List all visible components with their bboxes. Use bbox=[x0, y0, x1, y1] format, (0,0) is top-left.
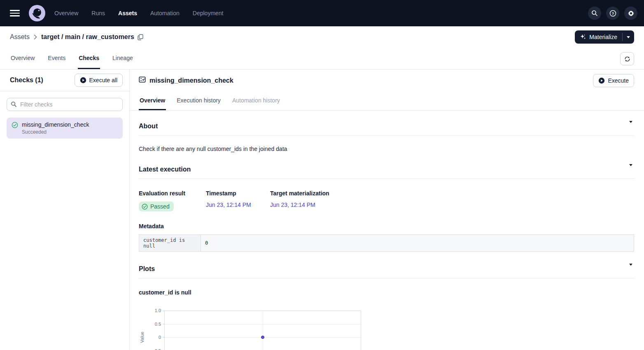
evaluation-result-header: Evaluation result bbox=[139, 190, 206, 197]
nav-overview[interactable]: Overview bbox=[54, 10, 78, 16]
target-materialization-link[interactable]: Jun 23, 12:14 PM bbox=[270, 202, 329, 208]
search-icon bbox=[11, 101, 17, 109]
nav-runs[interactable]: Runs bbox=[91, 10, 105, 16]
collapse-about-icon[interactable] bbox=[628, 121, 634, 131]
checks-sidebar: Checks (1) Execute all missing_dimension… bbox=[0, 70, 130, 350]
about-description: Check if there are any null customer_ids… bbox=[139, 146, 634, 152]
check-circle-icon bbox=[142, 204, 148, 210]
collapse-latest-execution-icon[interactable] bbox=[628, 165, 634, 174]
plot-area: Jun 23, 12:14 PM Jun 23, 12:14 PM Jun 23… bbox=[164, 311, 361, 350]
check-detail-title: missing_dimension_check bbox=[149, 77, 233, 84]
nav-assets[interactable]: Assets bbox=[118, 10, 137, 16]
check-detail-tabs: Overview Execution history Automation hi… bbox=[130, 91, 644, 111]
chevron-right-icon bbox=[34, 35, 37, 39]
plot-title: customer_id is null bbox=[139, 289, 634, 296]
check-value-chart: Value 1.0 0.5 0 -0.5 -1.0 bbox=[139, 311, 634, 350]
check-success-icon bbox=[12, 122, 18, 135]
y-tick: 0 bbox=[159, 335, 161, 340]
table-row: customer_id is null 0 bbox=[139, 235, 634, 252]
tab-overview[interactable]: Overview bbox=[10, 55, 35, 69]
settings-gear-icon[interactable] bbox=[624, 7, 637, 20]
divider bbox=[139, 178, 634, 179]
tab-automation-history[interactable]: Automation history bbox=[231, 91, 281, 110]
help-icon[interactable]: ? bbox=[606, 7, 619, 20]
svg-text:?: ? bbox=[611, 11, 614, 16]
play-icon bbox=[598, 77, 605, 84]
metadata-table: customer_id is null 0 bbox=[139, 234, 634, 252]
y-axis-ticks: 1.0 0.5 0 -0.5 -1.0 bbox=[145, 311, 164, 350]
check-name: missing_dimension_check bbox=[22, 121, 89, 128]
timestamp-header: Timestamp bbox=[206, 190, 270, 197]
target-materialization-header: Target materialization bbox=[270, 190, 329, 197]
filter-checks-input[interactable] bbox=[7, 98, 123, 111]
passed-status-badge: Passed bbox=[139, 202, 174, 211]
sparkle-icon bbox=[580, 34, 586, 40]
breadcrumb-assets-link[interactable]: Assets bbox=[10, 33, 30, 41]
play-icon bbox=[80, 77, 86, 83]
nav-actions: ? bbox=[588, 7, 637, 20]
copy-icon[interactable] bbox=[138, 34, 143, 40]
y-tick: -0.5 bbox=[153, 348, 161, 350]
breadcrumb-asset-path: target / main / raw_customers bbox=[41, 33, 134, 41]
metadata-key: customer_id is null bbox=[139, 235, 201, 252]
check-list-item[interactable]: missing_dimension_check Succeeded bbox=[7, 118, 123, 139]
check-detail-panel: missing_dimension_check Execute Overview… bbox=[130, 70, 644, 350]
refresh-icon[interactable] bbox=[620, 52, 634, 65]
timestamp-link[interactable]: Jun 23, 12:14 PM bbox=[206, 202, 270, 208]
tick-mark bbox=[163, 337, 165, 338]
breadcrumb: Assets target / main / raw_customers Mat… bbox=[0, 26, 644, 48]
asset-tabs-bar: Overview Events Checks Lineage bbox=[0, 48, 644, 70]
checks-count-title: Checks (1) bbox=[10, 76, 43, 84]
metadata-value: 0 bbox=[201, 235, 634, 252]
data-point[interactable] bbox=[261, 336, 264, 339]
nav-deployment[interactable]: Deployment bbox=[193, 10, 224, 16]
top-nav: Overview Runs Assets Automation Deployme… bbox=[0, 0, 644, 26]
dagster-logo[interactable] bbox=[29, 5, 45, 21]
y-tick: 1.0 bbox=[155, 308, 161, 313]
execute-all-button[interactable]: Execute all bbox=[75, 74, 123, 87]
nav-automation[interactable]: Automation bbox=[150, 10, 180, 16]
metadata-title: Metadata bbox=[139, 223, 634, 229]
tick-mark bbox=[163, 324, 165, 325]
plots-section-title: Plots bbox=[139, 265, 155, 273]
tab-check-overview[interactable]: Overview bbox=[139, 91, 166, 110]
chevron-down-icon bbox=[627, 36, 630, 38]
tab-execution-history[interactable]: Execution history bbox=[176, 91, 222, 110]
gridline bbox=[263, 311, 263, 350]
tab-events[interactable]: Events bbox=[47, 55, 66, 69]
latest-execution-summary: Evaluation result Passed Timestamp Jun 2… bbox=[139, 190, 634, 211]
search-icon[interactable] bbox=[588, 7, 601, 20]
divider bbox=[139, 278, 634, 278]
collapse-plots-icon[interactable] bbox=[628, 264, 634, 274]
menu-icon[interactable] bbox=[10, 8, 20, 18]
tab-checks[interactable]: Checks bbox=[78, 55, 100, 69]
tick-mark bbox=[163, 311, 165, 311]
asset-check-icon bbox=[139, 76, 146, 85]
y-tick: 0.5 bbox=[155, 322, 161, 327]
materialize-button[interactable]: Materialize bbox=[575, 30, 622, 44]
check-status: Succeeded bbox=[22, 129, 89, 135]
latest-execution-section-title: Latest execution bbox=[139, 166, 191, 173]
materialize-split-button: Materialize bbox=[575, 30, 634, 44]
materialize-dropdown-button[interactable] bbox=[623, 30, 634, 44]
execute-button[interactable]: Execute bbox=[593, 74, 634, 87]
y-axis-label: Value bbox=[139, 311, 145, 350]
about-section-title: About bbox=[139, 123, 158, 130]
divider bbox=[139, 135, 634, 136]
primary-nav: Overview Runs Assets Automation Deployme… bbox=[54, 10, 224, 16]
tab-lineage[interactable]: Lineage bbox=[112, 55, 134, 69]
